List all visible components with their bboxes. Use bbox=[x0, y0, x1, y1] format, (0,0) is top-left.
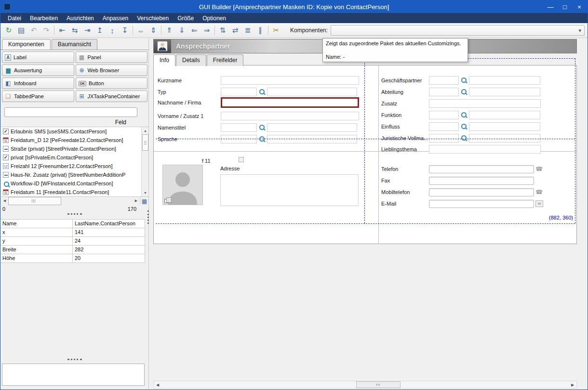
list-item[interactable]: Haus-Nr. Zusatz (privat) [StreetNumberAd… bbox=[1, 170, 148, 179]
address-checkbox[interactable] bbox=[239, 157, 244, 162]
lookup-icon[interactable] bbox=[460, 77, 468, 84]
abteilung-code-input[interactable] bbox=[429, 88, 459, 96]
distribute-vertical-button[interactable]: ≣ bbox=[241, 25, 254, 36]
palette-tabbedpane-button[interactable]: ❏ TabbedPane bbox=[2, 91, 74, 102]
property-value[interactable]: 141 bbox=[73, 228, 145, 236]
lookup-icon[interactable] bbox=[460, 111, 468, 119]
sprache-code-input[interactable] bbox=[221, 135, 257, 143]
move-up-button[interactable]: ⇑ bbox=[163, 25, 175, 36]
scrollbar-thumb[interactable] bbox=[8, 197, 61, 205]
tab-info[interactable]: Info bbox=[153, 54, 175, 66]
menu-anpassen[interactable]: Anpassen bbox=[98, 14, 133, 23]
minimize-button[interactable]: — bbox=[543, 0, 558, 13]
list-item[interactable]: 31 Freidatum_D 12 [PeFreedate12.ContactP… bbox=[1, 136, 148, 144]
palette-webbrowser-button[interactable]: ⊕ Web Browser bbox=[76, 65, 148, 76]
lookup-icon[interactable] bbox=[460, 134, 468, 142]
scroll-left-icon[interactable]: ◀ bbox=[154, 381, 161, 388]
scrollbar-track[interactable] bbox=[161, 381, 569, 388]
field-filter-input[interactable] bbox=[4, 107, 137, 117]
phone-icon[interactable]: ☎ bbox=[535, 166, 543, 172]
vorname-input[interactable] bbox=[221, 112, 359, 120]
list-item[interactable]: 12 Freizahl 12 [Freenumber12.ContactPers… bbox=[1, 162, 148, 170]
undo-button[interactable]: ↶ bbox=[27, 25, 40, 36]
menu-ausrichten[interactable]: Ausrichten bbox=[62, 14, 98, 23]
space-vertical-button[interactable]: ⇅ bbox=[216, 25, 229, 36]
komponenten-combobox[interactable]: ▾ bbox=[331, 25, 585, 36]
kurzname-input[interactable] bbox=[221, 76, 359, 85]
space-horizontal-button[interactable]: ⇄ bbox=[229, 25, 241, 36]
scroll-up-icon[interactable]: ▲ bbox=[142, 127, 148, 134]
same-height-button[interactable]: ⇕ bbox=[147, 25, 160, 36]
einfluss-code-input[interactable] bbox=[429, 122, 459, 131]
image-upload-icon[interactable] bbox=[164, 199, 169, 203]
tab-details[interactable]: Details bbox=[176, 54, 206, 66]
palette-button-button[interactable]: OK Button bbox=[76, 78, 148, 89]
funktion-text-input[interactable] bbox=[469, 111, 540, 119]
palette-panel-button[interactable]: ▦ Panel bbox=[76, 52, 148, 63]
grid-icon[interactable]: ▦ bbox=[140, 197, 148, 205]
nachname-input-selected[interactable] bbox=[221, 97, 359, 108]
cleanup-button[interactable]: ✂ bbox=[270, 25, 282, 36]
field-list-scrollbar[interactable]: ▲ ▼ bbox=[141, 127, 148, 196]
lookup-icon[interactable] bbox=[460, 123, 468, 130]
scrollbar-thumb[interactable] bbox=[356, 381, 401, 388]
move-down-button[interactable]: ⇓ bbox=[175, 25, 188, 36]
splitter-handle[interactable] bbox=[67, 359, 82, 360]
menu-datei[interactable]: Datei bbox=[3, 14, 26, 23]
mobiltelefon-input[interactable] bbox=[429, 188, 534, 196]
lookup-icon[interactable] bbox=[258, 135, 266, 143]
typ-text-input[interactable] bbox=[267, 88, 357, 96]
property-value[interactable]: 24 bbox=[73, 237, 145, 245]
palette-auswertung-button[interactable]: ▆ Auswertung bbox=[2, 65, 74, 76]
namenstitel-text-input[interactable] bbox=[267, 123, 357, 132]
distribute-horizontal-button[interactable]: ∥ bbox=[254, 25, 267, 36]
lieblingsthema-input[interactable] bbox=[429, 145, 541, 154]
tab-freifelder[interactable]: Freifelder bbox=[207, 54, 244, 66]
align-bottom-button[interactable]: ↧ bbox=[119, 25, 131, 36]
list-item[interactable]: Straße (privat) [StreetPrivate.ContactPe… bbox=[1, 144, 148, 153]
property-value[interactable]: LastName.ContactPerson bbox=[73, 220, 145, 228]
sprache-text-input[interactable] bbox=[267, 135, 357, 143]
list-item[interactable]: ✓ Erlaubnis SMS [useSMS.ContactPerson] bbox=[1, 127, 148, 136]
einfluss-text-input[interactable] bbox=[469, 122, 540, 131]
align-center-button[interactable]: ⇆ bbox=[68, 25, 81, 36]
namenstitel-code-input[interactable] bbox=[221, 123, 257, 132]
photo-placeholder[interactable] bbox=[162, 165, 203, 205]
close-button[interactable]: × bbox=[572, 0, 587, 13]
redo-button[interactable]: ↷ bbox=[40, 25, 53, 36]
lookup-icon[interactable] bbox=[258, 88, 266, 96]
zusatz-input[interactable] bbox=[429, 99, 541, 108]
lookup-icon[interactable] bbox=[258, 124, 266, 131]
scroll-right-icon[interactable]: ▶ bbox=[569, 381, 576, 388]
menu-optionen[interactable]: Optionen bbox=[198, 14, 230, 23]
scroll-left-icon[interactable]: ◀ bbox=[1, 197, 8, 204]
property-value[interactable]: 20 bbox=[73, 254, 145, 262]
tab-baumansicht[interactable]: Baumansicht bbox=[52, 39, 97, 50]
maximize-button[interactable]: □ bbox=[558, 0, 572, 13]
move-left-button[interactable]: ⇐ bbox=[188, 25, 200, 36]
refresh-button[interactable]: ↻ bbox=[2, 25, 15, 36]
geschaeftspartner-text-input[interactable] bbox=[469, 76, 540, 85]
save-button[interactable]: ▤ bbox=[15, 25, 27, 36]
vollmacht-code-input[interactable] bbox=[429, 134, 459, 143]
align-right-button[interactable]: ⇥ bbox=[81, 25, 94, 36]
list-item[interactable]: ✓ privat [IsPrivateEm.ContactPerson] bbox=[1, 153, 148, 162]
list-item[interactable]: Workflow-ID [WFInstanceId.ContactPerson] bbox=[1, 179, 148, 188]
palette-taskpane-button[interactable]: ⊞ JXTaskPaneContainer bbox=[76, 91, 148, 102]
move-right-button[interactable]: ⇒ bbox=[200, 25, 213, 36]
email-input[interactable] bbox=[429, 200, 534, 208]
scrollbar-thumb[interactable] bbox=[142, 134, 148, 151]
align-left-button[interactable]: ⇤ bbox=[56, 25, 68, 36]
typ-code-input[interactable] bbox=[221, 88, 257, 96]
geschaeftspartner-code-input[interactable] bbox=[429, 76, 459, 85]
list-item[interactable]: 31 Freidatum 11 [Freedate11.ContactPerso… bbox=[1, 188, 148, 196]
palette-label-button[interactable]: A Label bbox=[2, 52, 74, 63]
telefon-input[interactable] bbox=[429, 165, 534, 173]
tab-komponenten[interactable]: Komponenten bbox=[2, 39, 51, 50]
funktion-code-input[interactable] bbox=[429, 111, 459, 119]
vollmacht-text-input[interactable] bbox=[469, 134, 540, 143]
fax-input[interactable] bbox=[429, 177, 534, 185]
scroll-down-icon[interactable]: ▼ bbox=[142, 189, 148, 196]
designer-hscrollbar[interactable]: ◀ ▶ bbox=[153, 381, 577, 389]
same-width-button[interactable]: ⇔ bbox=[134, 25, 147, 36]
